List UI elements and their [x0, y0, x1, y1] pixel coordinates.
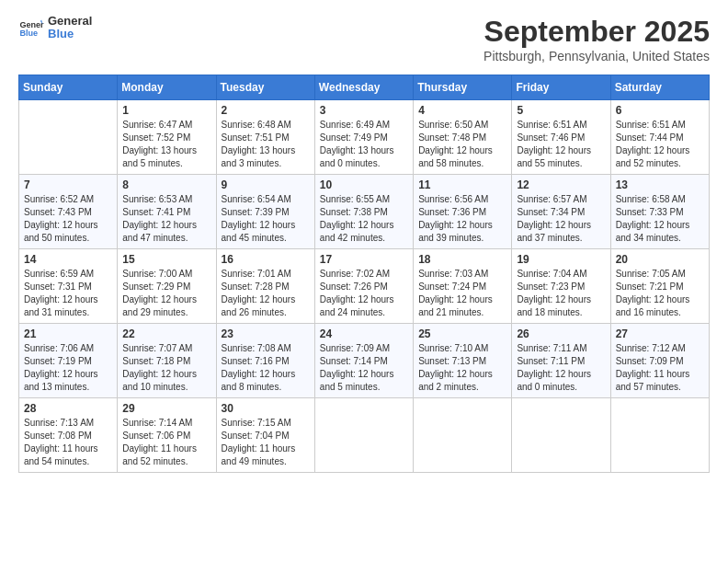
day-info: Sunrise: 7:01 AM Sunset: 7:28 PM Dayligh…	[222, 268, 310, 319]
sunrise: Sunrise: 6:50 AM	[418, 119, 506, 132]
svg-text:Blue: Blue	[19, 29, 38, 38]
daylight: Daylight: 12 hours and 0 minutes.	[517, 368, 605, 394]
daylight: Daylight: 12 hours and 31 minutes.	[24, 293, 112, 319]
calendar-cell	[19, 100, 118, 175]
daylight: Daylight: 12 hours and 39 minutes.	[418, 219, 506, 245]
day-number: 16	[222, 253, 310, 266]
sunset: Sunset: 7:24 PM	[418, 281, 506, 293]
day-number: 24	[320, 327, 408, 340]
day-number: 4	[418, 104, 506, 117]
sunrise: Sunrise: 7:05 AM	[616, 268, 704, 281]
sunrise: Sunrise: 6:54 AM	[222, 193, 310, 206]
calendar-cell: 20 Sunrise: 7:05 AM Sunset: 7:21 PM Dayl…	[610, 249, 709, 324]
calendar-cell: 5 Sunrise: 6:51 AM Sunset: 7:46 PM Dayli…	[512, 100, 610, 175]
day-number: 8	[122, 178, 210, 191]
calendar-cell: 8 Sunrise: 6:53 AM Sunset: 7:41 PM Dayli…	[118, 175, 216, 249]
day-number: 23	[222, 327, 310, 340]
sunset: Sunset: 7:23 PM	[517, 281, 605, 293]
sunrise: Sunrise: 7:00 AM	[122, 268, 210, 281]
sunrise: Sunrise: 7:07 AM	[122, 342, 210, 355]
day-info: Sunrise: 7:13 AM Sunset: 7:08 PM Dayligh…	[24, 417, 112, 468]
day-info: Sunrise: 6:47 AM Sunset: 7:52 PM Dayligh…	[122, 119, 210, 170]
sunrise: Sunrise: 7:08 AM	[222, 342, 310, 355]
sunset: Sunset: 7:28 PM	[222, 281, 310, 293]
calendar-cell: 9 Sunrise: 6:54 AM Sunset: 7:39 PM Dayli…	[216, 175, 314, 249]
sunset: Sunset: 7:26 PM	[320, 281, 408, 293]
sunset: Sunset: 7:48 PM	[418, 132, 506, 144]
logo: General Blue General Blue	[18, 15, 92, 41]
sunrise: Sunrise: 6:51 AM	[616, 119, 704, 132]
sunset: Sunset: 7:14 PM	[320, 355, 408, 368]
sunset: Sunset: 7:06 PM	[122, 430, 210, 442]
sunrise: Sunrise: 6:57 AM	[517, 193, 605, 206]
day-info: Sunrise: 7:03 AM Sunset: 7:24 PM Dayligh…	[418, 268, 506, 319]
sunrise: Sunrise: 7:13 AM	[24, 417, 112, 430]
daylight: Daylight: 12 hours and 2 minutes.	[418, 368, 506, 394]
daylight: Daylight: 12 hours and 45 minutes.	[222, 219, 310, 245]
calendar-cell: 1 Sunrise: 6:47 AM Sunset: 7:52 PM Dayli…	[118, 100, 216, 175]
sunset: Sunset: 7:31 PM	[24, 281, 112, 293]
sunrise: Sunrise: 6:53 AM	[122, 193, 210, 206]
calendar-cell: 15 Sunrise: 7:00 AM Sunset: 7:29 PM Dayl…	[118, 249, 216, 324]
daylight: Daylight: 11 hours and 52 minutes.	[122, 442, 210, 468]
sunrise: Sunrise: 7:01 AM	[222, 268, 310, 281]
col-sunday: Sunday	[19, 75, 118, 100]
day-info: Sunrise: 7:12 AM Sunset: 7:09 PM Dayligh…	[616, 342, 704, 394]
sunset: Sunset: 7:21 PM	[616, 281, 704, 293]
day-info: Sunrise: 6:51 AM Sunset: 7:46 PM Dayligh…	[517, 119, 605, 170]
daylight: Daylight: 13 hours and 5 minutes.	[122, 144, 210, 170]
sunset: Sunset: 7:11 PM	[517, 355, 605, 368]
daylight: Daylight: 12 hours and 26 minutes.	[222, 293, 310, 319]
daylight: Daylight: 11 hours and 54 minutes.	[24, 442, 112, 468]
day-number: 13	[616, 178, 704, 191]
sunrise: Sunrise: 7:14 AM	[122, 417, 210, 430]
day-number: 19	[517, 253, 605, 266]
day-info: Sunrise: 6:50 AM Sunset: 7:48 PM Dayligh…	[418, 119, 506, 170]
day-number: 1	[122, 104, 210, 117]
daylight: Daylight: 12 hours and 16 minutes.	[616, 293, 704, 319]
calendar-body: 1 Sunrise: 6:47 AM Sunset: 7:52 PM Dayli…	[19, 100, 710, 473]
sunset: Sunset: 7:49 PM	[320, 132, 408, 144]
sunrise: Sunrise: 7:04 AM	[517, 268, 605, 281]
day-info: Sunrise: 7:15 AM Sunset: 7:04 PM Dayligh…	[222, 417, 310, 468]
sunset: Sunset: 7:36 PM	[418, 206, 506, 219]
calendar-cell: 25 Sunrise: 7:10 AM Sunset: 7:13 PM Dayl…	[414, 324, 512, 398]
calendar-header-row: Sunday Monday Tuesday Wednesday Thursday…	[19, 75, 710, 100]
calendar-cell: 26 Sunrise: 7:11 AM Sunset: 7:11 PM Dayl…	[512, 324, 610, 398]
sunset: Sunset: 7:33 PM	[616, 206, 704, 219]
daylight: Daylight: 12 hours and 55 minutes.	[517, 144, 605, 170]
col-tuesday: Tuesday	[216, 75, 314, 100]
sunrise: Sunrise: 7:15 AM	[222, 417, 310, 430]
day-number: 5	[517, 104, 605, 117]
day-number: 29	[122, 402, 210, 415]
day-info: Sunrise: 7:11 AM Sunset: 7:11 PM Dayligh…	[517, 342, 605, 394]
daylight: Daylight: 12 hours and 10 minutes.	[122, 368, 210, 394]
calendar-cell: 27 Sunrise: 7:12 AM Sunset: 7:09 PM Dayl…	[610, 324, 709, 398]
calendar-table: Sunday Monday Tuesday Wednesday Thursday…	[18, 75, 710, 473]
col-thursday: Thursday	[414, 75, 512, 100]
daylight: Daylight: 12 hours and 5 minutes.	[320, 368, 408, 394]
sunset: Sunset: 7:04 PM	[222, 430, 310, 442]
calendar-cell: 17 Sunrise: 7:02 AM Sunset: 7:26 PM Dayl…	[314, 249, 413, 324]
daylight: Daylight: 12 hours and 29 minutes.	[122, 293, 210, 319]
day-number: 7	[24, 178, 112, 191]
sunrise: Sunrise: 6:52 AM	[24, 193, 112, 206]
calendar-cell	[610, 398, 709, 473]
day-number: 21	[24, 327, 112, 340]
col-monday: Monday	[118, 75, 216, 100]
col-friday: Friday	[512, 75, 610, 100]
day-number: 10	[320, 178, 408, 191]
day-info: Sunrise: 7:04 AM Sunset: 7:23 PM Dayligh…	[517, 268, 605, 319]
day-info: Sunrise: 6:55 AM Sunset: 7:38 PM Dayligh…	[320, 193, 408, 245]
calendar-cell: 11 Sunrise: 6:56 AM Sunset: 7:36 PM Dayl…	[414, 175, 512, 249]
sunrise: Sunrise: 7:06 AM	[24, 342, 112, 355]
day-number: 17	[320, 253, 408, 266]
day-info: Sunrise: 6:49 AM Sunset: 7:49 PM Dayligh…	[320, 119, 408, 170]
calendar-cell: 28 Sunrise: 7:13 AM Sunset: 7:08 PM Dayl…	[19, 398, 118, 473]
sunset: Sunset: 7:43 PM	[24, 206, 112, 219]
sunset: Sunset: 7:18 PM	[122, 355, 210, 368]
daylight: Daylight: 13 hours and 3 minutes.	[222, 144, 310, 170]
sunrise: Sunrise: 6:59 AM	[24, 268, 112, 281]
sunset: Sunset: 7:41 PM	[122, 206, 210, 219]
calendar-week-row: 1 Sunrise: 6:47 AM Sunset: 7:52 PM Dayli…	[19, 100, 710, 175]
